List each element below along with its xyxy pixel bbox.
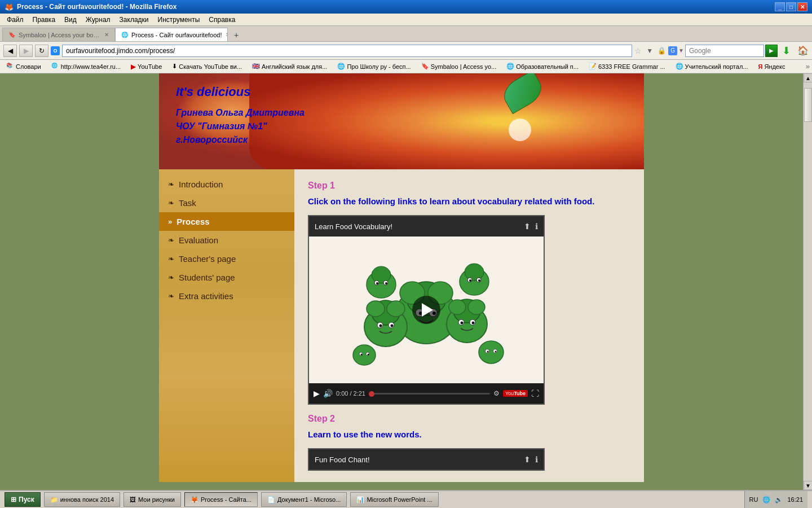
video-preview-1	[309, 237, 544, 383]
divider: ▼	[646, 47, 653, 55]
bookmark-icon-youtube: ▶	[131, 63, 136, 71]
search-input[interactable]	[685, 45, 764, 57]
sidebar-item-introduction[interactable]: ❧ Introduction	[159, 175, 294, 194]
bookmark-obraz[interactable]: 🌐 Образовательный п...	[502, 62, 582, 71]
bookmark-symbaloo[interactable]: 🔖 Symbaloo | Access yo...	[417, 62, 501, 71]
tab-symbaloo[interactable]: 🔖 Symbaloo | Access your bookmarks anyw.…	[2, 28, 115, 41]
tab-close-symbaloo[interactable]: ✕	[104, 32, 109, 38]
tray-clock: 16:21	[787, 496, 803, 503]
site-container: It's delicious Гринева Ольга Дмитриевна …	[159, 73, 644, 490]
menu-journal[interactable]: Журнал	[81, 15, 115, 25]
home-button[interactable]: 🏠	[797, 45, 809, 56]
forward-button[interactable]: ▶	[19, 45, 33, 57]
fullscreen-button-1[interactable]: ⛶	[531, 389, 539, 398]
svg-point-25	[372, 266, 391, 283]
sidebar-item-students[interactable]: ❧ Students' page	[159, 268, 294, 287]
menu-bookmarks[interactable]: Закладки	[115, 15, 153, 25]
bookmark-label-tea4er: http://www.tea4er.ru...	[61, 63, 121, 70]
bookmark-yandex[interactable]: Я Яндекс	[754, 62, 789, 71]
taskbar-item-word[interactable]: 📄 Документ1 - Microso...	[261, 492, 347, 507]
bookmark-slovari[interactable]: 📚 Словари	[2, 62, 45, 72]
tray-network-icon: 🌐	[762, 496, 770, 503]
sidebar-item-task[interactable]: ❧ Task	[159, 194, 294, 212]
taskbar-item-moi-risunki[interactable]: 🖼 Мои рисунки	[123, 492, 181, 507]
close-button[interactable]: ✕	[797, 2, 807, 11]
svg-point-15	[391, 325, 394, 327]
scroll-down-button[interactable]: ▼	[804, 481, 812, 490]
svg-point-31	[465, 264, 484, 281]
scrollbar: ▲ ▼	[803, 73, 812, 490]
scroll-track	[804, 82, 812, 481]
search-go-button[interactable]: ▶	[765, 45, 778, 57]
bookmark-uchitel[interactable]: 🌐 Учительский портал...	[672, 62, 752, 71]
bookmark-tea4er[interactable]: 🌐 http://www.tea4er.ru...	[47, 62, 125, 72]
bookmark-proshkolu[interactable]: 🌐 Про Школу ру - бесп...	[333, 62, 414, 71]
scroll-thumb[interactable]	[804, 88, 812, 122]
bookmark-star-icon[interactable]: ☆	[634, 46, 642, 55]
tab-add-button[interactable]: +	[230, 29, 242, 41]
bookmark-label-youtube: YouTube	[138, 63, 162, 70]
minimize-button[interactable]: _	[775, 2, 785, 11]
share-icon-2[interactable]: ⬆	[524, 455, 531, 464]
info-icon-1[interactable]: ℹ	[535, 222, 538, 231]
tab-process[interactable]: 🌐 Process - Сайт ourfavouritefood! ✕	[115, 28, 228, 41]
taskbar-icon-word: 📄	[267, 496, 275, 503]
progress-dot-1	[369, 391, 374, 397]
start-button[interactable]: ⊞ Пуск	[5, 492, 41, 507]
bookmarks-overflow-icon[interactable]: »	[806, 62, 810, 71]
tab-close-process[interactable]: ✕	[226, 32, 228, 38]
menu-view[interactable]: Вид	[60, 15, 81, 25]
taskbar-item-innovac[interactable]: 📁 иннова поиск 2014	[44, 492, 120, 507]
bookmark-dl-youtube[interactable]: ⬇ Скачать YouTube ви...	[168, 62, 246, 71]
sidebar-item-process[interactable]: » Process	[159, 212, 294, 231]
youtube-badge-1: YouTube	[503, 390, 528, 397]
taskbar-item-powerpoint[interactable]: 📊 Microsoft PowerPoint ...	[350, 492, 438, 507]
header-text-block: It's delicious Гринева Ольга Дмитриевна …	[176, 85, 304, 147]
sidebar-item-extra[interactable]: ❧ Extra activities	[159, 287, 294, 305]
taskbar-item-process[interactable]: 🦊 Process - Сайта...	[184, 492, 258, 507]
info-icon-2[interactable]: ℹ	[535, 455, 538, 464]
main-content: Step 1 Click on the following links to l…	[294, 169, 644, 482]
menu-edit[interactable]: Правка	[28, 15, 60, 25]
taskbar-label-word: Документ1 - Microso...	[277, 496, 341, 503]
step2-label: Step 2	[308, 414, 630, 424]
share-icon-1[interactable]: ⬆	[524, 222, 531, 231]
sidebar-label-process: Process	[176, 217, 209, 226]
bookmark-label-english: Английский язык для...	[262, 63, 327, 70]
bookmark-youtube[interactable]: ▶ YouTube	[127, 62, 166, 72]
step1-label: Step 1	[308, 181, 630, 191]
page-wrap: It's delicious Гринева Ольга Дмитриевна …	[0, 73, 803, 490]
tab-label-symbaloo: Symbaloo | Access your bookmarks anyw...	[19, 32, 101, 38]
search-dropdown-icon[interactable]: ▼	[678, 47, 684, 54]
bookmark-icon-symbaloo: 🔖	[421, 63, 429, 70]
menu-help[interactable]: Справка	[204, 15, 240, 25]
sidebar-item-evaluation[interactable]: ❧ Evaluation	[159, 231, 294, 249]
progress-bar-1[interactable]	[369, 393, 490, 395]
bookmark-icon-uchitel: 🌐	[676, 63, 683, 70]
bookmark-english[interactable]: 🇬🇧 Английский язык для...	[248, 62, 331, 71]
bookmark-icon-slovari: 📚	[6, 63, 14, 71]
play-button-1[interactable]	[412, 296, 440, 324]
svg-point-10	[367, 301, 385, 317]
back-button[interactable]: ◀	[3, 45, 17, 57]
refresh-button[interactable]: ↻	[35, 45, 48, 57]
lock-icon: 🔒	[657, 47, 666, 55]
sidebar-item-teacher[interactable]: ❧ Teacher's page	[159, 249, 294, 268]
maximize-button[interactable]: □	[786, 2, 796, 11]
url-input[interactable]	[62, 45, 632, 57]
bookmark-label-yandex: Яндекс	[764, 63, 785, 70]
volume-button-1[interactable]: 🔊	[323, 389, 333, 398]
menu-file[interactable]: Файл	[2, 15, 28, 25]
video-title-1: Learn Food Vocabulary!	[315, 222, 392, 231]
bookmark-label-dl-youtube: Скачать YouTube ви...	[179, 63, 242, 70]
taskbar-label-powerpoint: Microsoft PowerPoint ...	[367, 496, 432, 503]
sidebar-arrow-process: »	[168, 217, 172, 226]
play-pause-button-1[interactable]: ▶	[314, 389, 320, 398]
settings-icon-1[interactable]: ⚙	[493, 389, 500, 397]
search-engine-icon: G	[668, 46, 677, 55]
bookmark-grammar[interactable]: 📝 6333 FREE Grammar ...	[585, 62, 669, 71]
svg-point-22	[461, 322, 464, 325]
download-icon[interactable]: ⬇	[782, 45, 791, 57]
menu-tools[interactable]: Инструменты	[153, 15, 205, 25]
scroll-up-button[interactable]: ▲	[804, 73, 812, 82]
